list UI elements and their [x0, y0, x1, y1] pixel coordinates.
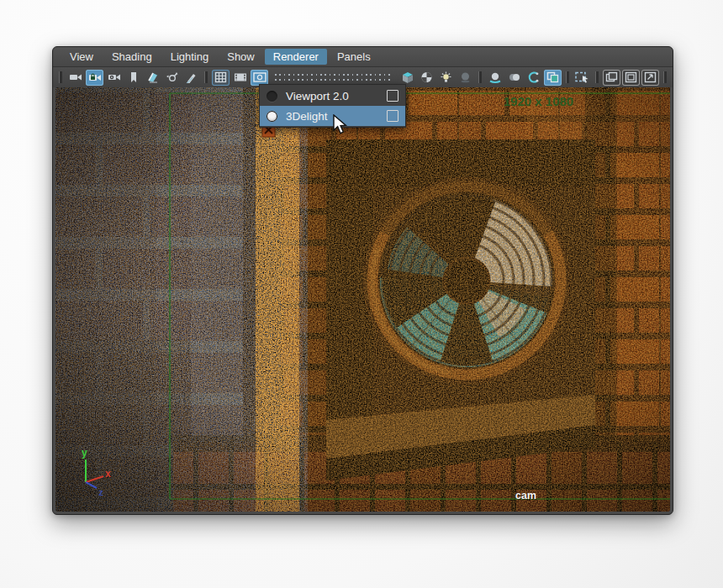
separator-handle [595, 71, 599, 83]
tearoff-panel-icon[interactable] [641, 70, 659, 86]
grid-icon[interactable] [212, 70, 230, 86]
isolate-select-icon[interactable] [544, 70, 562, 86]
motion-blur-icon[interactable] [505, 70, 523, 86]
textured-icon[interactable] [418, 70, 435, 86]
separator-handle [663, 71, 667, 83]
grease-pencil-icon[interactable] [182, 70, 200, 86]
maya-panel-window: View Shading Lighting Show Renderer Pane… [52, 46, 673, 515]
menu-item-3delight[interactable]: 3Delight [260, 106, 405, 126]
multi-pane-icon[interactable] [622, 70, 640, 86]
stretch-spacer [275, 74, 392, 81]
axis-y-label: y [82, 447, 87, 459]
camera-label: cam [515, 490, 536, 501]
renderer-dropdown-menu: Viewport 2.0 3Delight [259, 84, 406, 128]
film-gate-icon[interactable] [231, 70, 249, 86]
axis-z-label: z [98, 487, 103, 497]
menu-show[interactable]: Show [219, 49, 263, 65]
ao-icon[interactable] [486, 70, 504, 86]
viewport-canvas[interactable]: 1920 x 1080 cam cam y x z [55, 87, 670, 512]
single-pane-icon[interactable] [603, 70, 620, 86]
camera-attributes-icon[interactable] [105, 70, 123, 86]
menu-renderer[interactable]: Renderer [265, 49, 327, 65]
menu-item-label: Viewport 2.0 [286, 90, 378, 102]
lights-icon[interactable] [437, 70, 455, 86]
menu-shading[interactable]: Shading [103, 49, 161, 65]
menu-view[interactable]: View [61, 49, 102, 65]
radio-unselected-icon [267, 91, 277, 102]
select-camera-icon[interactable] [66, 70, 84, 86]
radio-selected-icon [267, 111, 277, 122]
select-tool-icon[interactable] [573, 70, 591, 86]
separator-handle [59, 71, 62, 83]
render-scene: 1920 x 1080 cam cam y x z [55, 87, 670, 512]
shadows-icon[interactable] [456, 70, 474, 86]
image-plane-icon[interactable] [144, 70, 161, 86]
lock-camera-icon[interactable] [86, 70, 103, 86]
rotate-view-icon[interactable] [525, 70, 542, 86]
option-box-checkbox[interactable] [387, 90, 398, 102]
desktop-background: View Shading Lighting Show Renderer Pane… [0, 0, 723, 588]
menu-panels[interactable]: Panels [329, 49, 379, 65]
resolution-label: 1920 x 1080 [504, 94, 573, 108]
axis-x-label: x [105, 468, 111, 480]
bookmark-icon[interactable] [124, 70, 142, 86]
separator-handle [204, 71, 208, 83]
resolution-gate-icon[interactable] [251, 70, 268, 86]
option-box-checkbox[interactable] [387, 110, 398, 122]
menu-lighting[interactable]: Lighting [162, 49, 218, 65]
separator-handle [478, 71, 482, 83]
menu-item-label: 3Delight [286, 110, 378, 123]
menu-item-viewport-2[interactable]: Viewport 2.0 [260, 86, 405, 106]
panel-menubar: View Shading Lighting Show Renderer Pane… [53, 47, 673, 67]
separator-handle [566, 71, 569, 83]
wireframe-cube-icon[interactable] [398, 70, 416, 86]
pan-zoom-icon[interactable] [163, 70, 181, 86]
